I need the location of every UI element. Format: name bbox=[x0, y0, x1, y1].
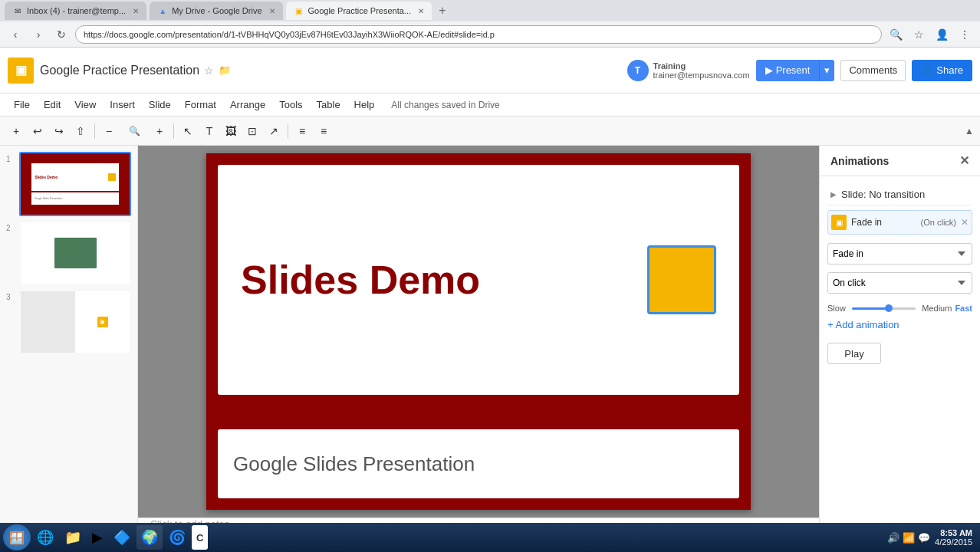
panel-body: ▶ Slide: No transition ▣ Fade in (On cli… bbox=[820, 176, 980, 523]
tab-drive-close[interactable]: ✕ bbox=[269, 7, 275, 15]
tab-gmail-close[interactable]: ✕ bbox=[133, 7, 139, 15]
present-button[interactable]: ▶ Present bbox=[756, 60, 820, 81]
start-button[interactable]: 🪟 bbox=[3, 524, 31, 550]
toolbar-undo[interactable]: ↩ bbox=[28, 121, 48, 141]
slide-preview-2[interactable] bbox=[19, 221, 131, 285]
header-right: T Training trainer@tempusnova.com ▶ Pres… bbox=[627, 60, 972, 81]
speed-medium: Medium bbox=[922, 304, 952, 313]
transition-row[interactable]: ▶ Slide: No transition bbox=[827, 184, 972, 205]
slide-3-content: ▣ bbox=[21, 291, 130, 353]
slide-1-bottom: Google Slides Presentation bbox=[31, 192, 119, 205]
menu-table[interactable]: Table bbox=[311, 97, 347, 113]
search-icon[interactable]: 🔍 bbox=[886, 25, 905, 44]
tab-gmail[interactable]: ✉ Inbox (4) - trainer@temp... ✕ bbox=[5, 2, 146, 20]
slide-thumb-3[interactable]: 3 ▣ bbox=[6, 290, 131, 354]
speed-slow: Slow bbox=[827, 304, 846, 313]
slide-canvas-container[interactable]: Slides Demo ▣ Google Slides Presentation bbox=[138, 146, 819, 518]
transition-label: Slide: No transition bbox=[841, 189, 925, 200]
header-info: Google Practice Presentation ☆ 📁 bbox=[40, 64, 621, 77]
user-account-icon[interactable]: 👤 bbox=[932, 25, 951, 44]
anim-name: Fade in bbox=[851, 217, 916, 228]
slide-logo-box[interactable]: ▣ bbox=[647, 245, 716, 314]
panel-close-button[interactable]: ✕ bbox=[959, 153, 969, 168]
toolbar-zoom-indicator[interactable]: 🔍 bbox=[120, 121, 148, 141]
toolbar-line[interactable]: ↗ bbox=[264, 121, 284, 141]
toolbar-zoom-minus[interactable]: − bbox=[99, 121, 119, 141]
address-bar[interactable]: https://docs.google.com/presentation/d/1… bbox=[75, 25, 882, 44]
back-button[interactable]: ‹ bbox=[6, 25, 25, 44]
slide-preview-1[interactable]: Slides Demo Google Slides Presentation bbox=[19, 152, 131, 216]
star-icon[interactable]: ☆ bbox=[204, 64, 214, 77]
toolbar-add[interactable]: + bbox=[6, 121, 26, 141]
folder-icon[interactable]: 📁 bbox=[219, 64, 231, 76]
new-tab-button[interactable]: + bbox=[435, 3, 450, 18]
toolbar-cursor[interactable]: ↖ bbox=[178, 121, 198, 141]
slide-thumb-2[interactable]: 2 bbox=[6, 221, 131, 285]
present-dropdown[interactable]: ▾ bbox=[819, 60, 834, 81]
toolbar-zoom-plus[interactable]: + bbox=[150, 121, 169, 141]
slide-subtitle[interactable]: Google Slides Presentation bbox=[233, 452, 475, 476]
taskbar-app2[interactable]: 🌀 bbox=[164, 525, 190, 550]
separator-2 bbox=[173, 123, 174, 139]
menu-edit[interactable]: Edit bbox=[38, 97, 67, 113]
taskbar-clock[interactable]: 8:53 AM 4/29/2015 bbox=[935, 528, 972, 547]
speed-slider[interactable] bbox=[852, 307, 916, 310]
user-details: Training trainer@tempusnova.com bbox=[653, 61, 750, 80]
toolbar-image[interactable]: 🖼 bbox=[221, 121, 241, 141]
notes-bar[interactable]: Click to add notes bbox=[138, 518, 819, 523]
gmail-favicon: ✉ bbox=[12, 5, 23, 16]
toolbar-redo[interactable]: ↪ bbox=[49, 121, 69, 141]
anim-close-icon[interactable]: ✕ bbox=[961, 217, 968, 228]
menu-arrange[interactable]: Arrange bbox=[224, 97, 271, 113]
browser-titlebar: ✉ Inbox (4) - trainer@temp... ✕ ▲ My Dri… bbox=[0, 0, 980, 21]
toolbar-shapes[interactable]: ⊡ bbox=[242, 121, 262, 141]
slide-bottom-section[interactable]: Google Slides Presentation bbox=[218, 429, 739, 498]
menu-insert[interactable]: Insert bbox=[104, 97, 141, 113]
tab-drive-label: My Drive - Google Drive bbox=[172, 6, 261, 15]
toolbar-collapse[interactable]: ▲ bbox=[965, 126, 974, 136]
menu-tools[interactable]: Tools bbox=[273, 97, 308, 113]
taskbar-media[interactable]: ▶ bbox=[87, 525, 107, 550]
forward-button[interactable]: › bbox=[29, 25, 48, 44]
toolbar-print[interactable]: ⇧ bbox=[71, 121, 90, 141]
tab-drive[interactable]: ▲ My Drive - Google Drive ✕ bbox=[150, 2, 282, 20]
slide-preview-3[interactable]: ▣ bbox=[19, 290, 131, 354]
share-button[interactable]: 👤 Share bbox=[912, 60, 972, 81]
menu-format[interactable]: Format bbox=[179, 97, 222, 113]
tab-slides[interactable]: ▣ Google Practice Presenta... ✕ bbox=[286, 2, 432, 20]
taskbar-explorer[interactable]: 📁 bbox=[60, 525, 86, 550]
menu-file[interactable]: File bbox=[8, 97, 36, 113]
toolbar: + ↩ ↪ ⇧ − 🔍 + ↖ T 🖼 ⊡ ↗ ≡ ≡ ▲ bbox=[0, 117, 980, 146]
user-info: T Training trainer@tempusnova.com bbox=[627, 60, 750, 81]
taskbar-app3[interactable]: C bbox=[192, 525, 208, 550]
volume-icon[interactable]: 🔊 bbox=[887, 532, 899, 544]
separator-3 bbox=[288, 123, 288, 139]
comments-button[interactable]: Comments bbox=[840, 60, 906, 81]
tab-slides-close[interactable]: ✕ bbox=[418, 7, 424, 15]
add-animation-link[interactable]: + Add animation bbox=[827, 319, 972, 330]
slide-canvas[interactable]: Slides Demo ▣ Google Slides Presentation bbox=[206, 153, 751, 510]
menu-help[interactable]: Help bbox=[348, 97, 381, 113]
taskbar-app1[interactable]: 🔷 bbox=[109, 525, 135, 550]
network-icon[interactable]: 📶 bbox=[903, 532, 915, 544]
play-button[interactable]: Play bbox=[827, 343, 881, 364]
settings-icon[interactable]: ⋮ bbox=[955, 25, 974, 44]
notification-icon[interactable]: 💬 bbox=[918, 532, 930, 544]
bookmark-icon[interactable]: ☆ bbox=[909, 25, 928, 44]
toolbar-align-center[interactable]: ≡ bbox=[314, 121, 334, 141]
taskbar-ie[interactable]: 🌐 bbox=[32, 525, 58, 550]
refresh-button[interactable]: ↻ bbox=[52, 25, 71, 44]
animation-item[interactable]: ▣ Fade in (On click) ✕ bbox=[827, 210, 972, 235]
taskbar-chrome[interactable]: 🌍 bbox=[136, 525, 163, 550]
menu-view[interactable]: View bbox=[68, 97, 102, 113]
trigger-select[interactable]: On click After previous With previous bbox=[827, 272, 972, 294]
slide-main-title[interactable]: Slides Demo bbox=[241, 257, 480, 303]
menu-slide[interactable]: Slide bbox=[143, 97, 177, 113]
slide-top-section[interactable]: Slides Demo ▣ bbox=[218, 165, 739, 395]
effect-select[interactable]: Fade in Fly in Zoom in Bounce in bbox=[827, 243, 972, 264]
slide-thumb-1[interactable]: 1 Slides Demo Google Slides Presentation bbox=[6, 152, 131, 216]
toolbar-align-left[interactable]: ≡ bbox=[292, 121, 312, 141]
toolbar-textbox[interactable]: T bbox=[199, 121, 219, 141]
slides-favicon: ▣ bbox=[294, 5, 304, 16]
tab-gmail-label: Inbox (4) - trainer@temp... bbox=[27, 6, 126, 15]
